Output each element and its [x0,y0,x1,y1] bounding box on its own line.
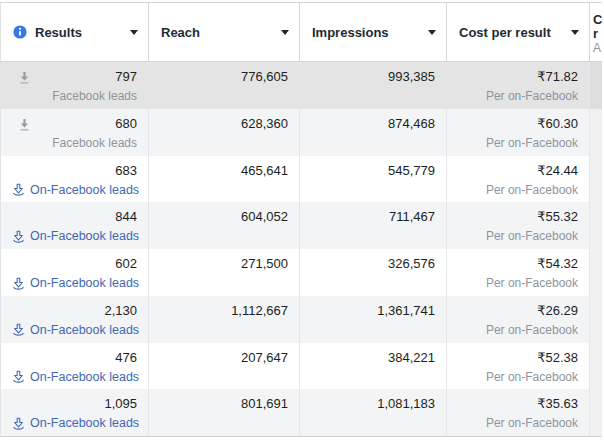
info-icon[interactable] [13,25,27,39]
cost-per-result-cell: ₹35.63 Per on-Facebook leads [447,389,590,436]
cost-per-result-value: ₹55.32 [458,207,578,227]
on-facebook-leads-link[interactable]: On-Facebook leads [12,227,137,246]
download-icon[interactable] [18,118,31,132]
cost-per-result-cell: ₹60.30 Per on-Facebook leads [447,109,590,156]
results-cell: 797 Facebook leads Facebook leads [1,62,149,109]
table-row: 602 On-Facebook leads On-Facebook leads … [1,249,602,296]
impressions-cell: 874,468 [300,109,447,156]
reach-cell: 801,691 [149,389,300,436]
on-facebook-leads-link[interactable]: On-Facebook leads [12,181,137,200]
cost-per-result-value: ₹26.29 [458,301,578,321]
on-facebook-leads-link[interactable]: On-Facebook leads [12,321,137,340]
truncated-column-cell [590,202,602,249]
impressions-value: 711,467 [311,207,435,227]
impressions-cell: 326,576 [300,249,447,296]
link-label: On-Facebook leads [30,368,139,387]
impressions-value: 874,468 [311,114,435,134]
download-icon [12,183,25,197]
truncated-column-cell [590,249,602,296]
results-value: 683 [12,161,137,181]
results-cell: 680 Facebook leads Facebook leads [1,109,149,156]
reach-cell: 628,360 [149,109,300,156]
results-label: Facebook leads [12,134,137,153]
cost-per-result-value: ₹52.38 [458,348,578,368]
reach-cell: 776,605 [149,62,300,109]
impressions-value: 326,576 [311,254,435,274]
table-row: 2,130 On-Facebook leads On-Facebook lead… [1,296,602,343]
impressions-value: 993,385 [311,67,435,87]
reach-value: 604,052 [160,207,288,227]
cost-per-result-label: Per on-Facebook leads [458,134,578,156]
reach-cell: 1,112,667 [149,296,300,343]
truncated-column-cell [590,109,602,156]
results-value: 476 [12,348,137,368]
impressions-value: 1,361,741 [311,301,435,321]
sort-arrow-icon[interactable] [281,30,289,35]
results-value: 2,130 [12,301,137,321]
column-header-reach[interactable]: Reach [149,3,300,61]
table-body: 797 Facebook leads Facebook leads 776,60… [1,62,602,437]
cost-per-result-label: Per on-Facebook leads [458,227,578,249]
column-header-results[interactable]: Results [1,3,149,61]
cost-per-result-value: ₹71.82 [458,67,578,87]
on-facebook-leads-link[interactable]: On-Facebook leads [12,414,137,433]
column-header-impressions[interactable]: Impressions [300,3,447,61]
download-icon [12,417,25,431]
impressions-value: 1,081,183 [311,394,435,414]
results-cell: 683 On-Facebook leads On-Facebook leads [1,156,149,203]
truncated-header-line: C [593,13,602,27]
impressions-cell: 384,221 [300,343,447,390]
cost-per-result-value: ₹35.63 [458,394,578,414]
reach-value: 801,691 [160,394,288,414]
cost-per-result-label: Per on-Facebook leads [458,87,578,109]
cost-per-result-cell: ₹55.32 Per on-Facebook leads [447,202,590,249]
cost-per-result-cell: ₹54.32 Per on-Facebook leads [447,249,590,296]
link-label: On-Facebook leads [30,227,139,246]
cost-per-result-label: Per on-Facebook leads [458,321,578,343]
column-label: Cost per result [459,25,551,40]
link-label: On-Facebook leads [30,181,139,200]
cost-per-result-cell: ₹24.44 Per on-Facebook leads [447,156,590,203]
column-header-cost-per-result[interactable]: Cost per result [447,3,590,61]
reach-cell: 271,500 [149,249,300,296]
table-row: 680 Facebook leads Facebook leads 628,36… [1,109,602,156]
ads-reporting-table: Results Reach Impressions Cost per resul… [0,2,602,437]
sort-arrow-icon[interactable] [571,30,579,35]
reach-cell: 465,641 [149,156,300,203]
results-cell: 2,130 On-Facebook leads On-Facebook lead… [1,296,149,343]
cost-per-result-label: Per on-Facebook leads [458,414,578,436]
impressions-value: 384,221 [311,348,435,368]
on-facebook-leads-link[interactable]: On-Facebook leads [12,274,137,293]
link-label: On-Facebook leads [30,414,139,433]
cost-per-result-label: Per on-Facebook leads [458,181,578,203]
results-cell: 844 On-Facebook leads On-Facebook leads [1,202,149,249]
impressions-cell: 1,081,183 [300,389,447,436]
results-label: Facebook leads [12,87,137,106]
impressions-cell: 711,467 [300,202,447,249]
cost-per-result-value: ₹54.32 [458,254,578,274]
impressions-value: 545,779 [311,161,435,181]
column-label: Reach [161,25,200,40]
reach-value: 465,641 [160,161,288,181]
table-row: 797 Facebook leads Facebook leads 776,60… [1,62,602,109]
column-label: Impressions [312,25,389,40]
sort-arrow-icon[interactable] [130,30,138,35]
link-label: On-Facebook leads [30,274,139,293]
link-label: On-Facebook leads [30,321,139,340]
reach-cell: 207,647 [149,343,300,390]
impressions-cell: 545,779 [300,156,447,203]
cost-per-result-cell: ₹52.38 Per on-Facebook leads [447,343,590,390]
download-icon[interactable] [18,71,31,85]
truncated-column-cell [590,62,602,109]
results-value: 844 [12,207,137,227]
table-row: 476 On-Facebook leads On-Facebook leads … [1,343,602,390]
table-row: 1,095 On-Facebook leads On-Facebook lead… [1,389,602,436]
column-header-truncated[interactable]: C r A [590,3,602,61]
table-row: 683 On-Facebook leads On-Facebook leads … [1,156,602,203]
results-value: 602 [12,254,137,274]
download-icon [12,277,25,291]
on-facebook-leads-link[interactable]: On-Facebook leads [12,368,137,387]
sort-arrow-icon[interactable] [428,30,436,35]
table-row: 844 On-Facebook leads On-Facebook leads … [1,202,602,249]
truncated-header-line: r [593,27,602,41]
